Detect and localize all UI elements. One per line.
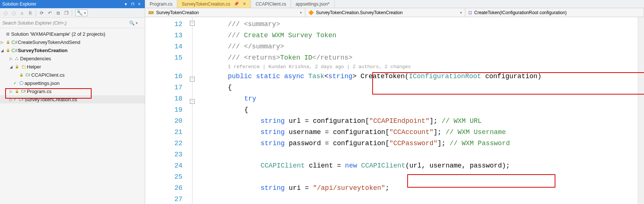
tab-surveytokencreation[interactable]: SurveyTokenCreation.cs 📌 ✕ bbox=[177, 0, 251, 8]
namespace-dropdown[interactable]: C# SurveyTokenCreation ▾ bbox=[145, 8, 305, 17]
file-node[interactable]: ▷ 🔒 C# Program.cs bbox=[0, 87, 145, 95]
solution-explorer-titlebar: Solution Explorer ▾ ⊓ × bbox=[0, 0, 145, 8]
solution-explorer-panel: Solution Explorer ▾ ⊓ × ◌ ◌ ⌂ ⎘ ⟳ ↶ ⧉ ❐ … bbox=[0, 0, 145, 204]
folder-node[interactable]: ◢ 🔒 🗀 Helper bbox=[0, 63, 145, 71]
code-content[interactable]: /// <summary> /// Create WXM Survey Toke… bbox=[197, 17, 638, 204]
dependencies-icon: ∴ bbox=[13, 56, 20, 61]
csharp-icon: C# bbox=[148, 11, 154, 15]
code-editor[interactable]: 12131415 161718192021222324252627 − − − … bbox=[145, 17, 644, 204]
solution-tree: ⧈ Solution 'WXMAPIExample' (2 of 2 proje… bbox=[0, 28, 145, 204]
home-icon[interactable]: ⌂ bbox=[18, 9, 26, 17]
close-icon[interactable]: ✕ bbox=[243, 1, 246, 6]
file-node-selected[interactable]: ▷ ✓ C# SurveyTokenCreation.cs bbox=[0, 95, 145, 103]
file-node[interactable]: 🔒 C# CCAPIClient.cs bbox=[0, 71, 145, 79]
chevron-down-icon[interactable]: ▾ bbox=[136, 21, 143, 25]
close-icon[interactable]: × bbox=[136, 1, 143, 7]
lock-icon: 🔒 bbox=[13, 65, 20, 68]
lock-icon: 🔒 bbox=[4, 40, 11, 44]
class-icon: 🔶 bbox=[308, 10, 314, 15]
vertical-scrollbar[interactable] bbox=[638, 17, 644, 204]
collapse-all-icon[interactable]: ⧉ bbox=[54, 9, 62, 17]
codelens-info[interactable]: 1 reference | Kundan Krishna, 2 days ago… bbox=[198, 63, 638, 71]
solution-icon: ⧈ bbox=[4, 31, 11, 37]
tab-ccapiclient[interactable]: CCAPIClient.cs bbox=[251, 0, 291, 8]
back-icon[interactable]: ◌ bbox=[1, 9, 10, 17]
collapse-icon[interactable]: ◢ bbox=[9, 65, 13, 69]
expand-icon[interactable]: ▷ bbox=[9, 89, 13, 93]
search-placeholder: Search Solution Explorer (Ctrl+;) bbox=[2, 20, 129, 26]
separator bbox=[36, 10, 36, 16]
project-node[interactable]: ◢ 🔒 C# SurveyTokenCreation bbox=[0, 46, 145, 54]
expand-icon[interactable]: ▷ bbox=[9, 57, 13, 61]
method-dropdown[interactable]: ⊡ CreateToken(IConfigurationRoot configu… bbox=[465, 8, 644, 17]
show-all-files-icon[interactable]: ❐ bbox=[62, 9, 70, 17]
pin-icon[interactable]: 📌 bbox=[234, 1, 239, 6]
pin-icon[interactable]: ⊓ bbox=[129, 1, 136, 7]
expand-icon[interactable]: ▷ bbox=[9, 98, 13, 102]
csharp-file-icon: C# bbox=[25, 73, 31, 77]
properties-button[interactable]: 🔧 ▾ bbox=[75, 9, 87, 16]
project-node[interactable]: ▷ 🔒 C# CreateSurveyTokenAndSend bbox=[0, 38, 145, 46]
editor-panel: Program.cs SurveyTokenCreation.cs 📌 ✕ CC… bbox=[145, 0, 644, 204]
search-icon[interactable]: 🔍 bbox=[129, 20, 136, 26]
solution-explorer-title: Solution Explorer bbox=[2, 1, 122, 7]
wrench-icon: 🔧 bbox=[77, 10, 83, 16]
solution-explorer-search[interactable]: Search Solution Explorer (Ctrl+;) 🔍 ▾ bbox=[0, 18, 145, 28]
json-file-icon: ⎔ bbox=[18, 80, 25, 86]
lock-icon: 🔒 bbox=[13, 89, 20, 93]
sync-icon[interactable]: ⟳ bbox=[38, 9, 46, 17]
dropdown-icon[interactable]: ▾ bbox=[122, 1, 129, 7]
solution-explorer-toolbar: ◌ ◌ ⌂ ⎘ ⟳ ↶ ⧉ ❐ 🔧 ▾ bbox=[0, 8, 145, 18]
forward-icon[interactable]: ◌ bbox=[10, 9, 18, 17]
line-number-gutter: 12131415 161718192021222324252627 bbox=[145, 17, 189, 204]
folder-icon: 🗀 bbox=[20, 64, 27, 70]
csproj-icon: C# bbox=[11, 48, 18, 53]
code-folding-column: − − − bbox=[189, 17, 197, 204]
separator bbox=[72, 10, 72, 16]
fold-toggle[interactable]: − bbox=[190, 77, 195, 82]
lock-icon: 🔒 bbox=[18, 73, 25, 77]
method-icon: ⊡ bbox=[468, 10, 472, 15]
refresh-icon[interactable]: ↶ bbox=[46, 9, 54, 17]
collapse-icon[interactable]: ◢ bbox=[0, 48, 4, 52]
file-node[interactable]: ✓ ⎔ appsettings.json bbox=[0, 79, 145, 87]
tab-appsettings[interactable]: appsettings.json* bbox=[291, 0, 334, 8]
fold-toggle[interactable]: − bbox=[190, 21, 195, 26]
chevron-down-icon: ▾ bbox=[460, 11, 462, 15]
check-icon: ✓ bbox=[13, 98, 18, 102]
class-dropdown[interactable]: 🔶 SurveyTokenCreation.SurveyTokenCreatio… bbox=[305, 8, 465, 17]
tab-program[interactable]: Program.cs bbox=[145, 0, 177, 8]
dependencies-node[interactable]: ▷ ∴ Dependencies bbox=[0, 54, 145, 63]
expand-icon[interactable]: ▷ bbox=[0, 40, 4, 44]
csharp-file-icon: C# bbox=[20, 89, 27, 93]
document-tabstrip: Program.cs SurveyTokenCreation.cs 📌 ✕ CC… bbox=[145, 0, 644, 8]
chevron-down-icon: ▾ bbox=[84, 11, 86, 15]
check-icon: ✓ bbox=[13, 81, 18, 85]
lock-icon: 🔒 bbox=[4, 48, 11, 52]
toggle-view-icon[interactable]: ⎘ bbox=[26, 9, 34, 17]
csproj-icon: C# bbox=[11, 39, 18, 45]
solution-node[interactable]: ⧈ Solution 'WXMAPIExample' (2 of 2 proje… bbox=[0, 30, 145, 38]
code-navigation-bar: C# SurveyTokenCreation ▾ 🔶 SurveyTokenCr… bbox=[145, 8, 644, 17]
chevron-down-icon: ▾ bbox=[300, 11, 302, 15]
fold-toggle[interactable]: − bbox=[190, 99, 195, 104]
csharp-file-icon: C# bbox=[18, 98, 25, 102]
